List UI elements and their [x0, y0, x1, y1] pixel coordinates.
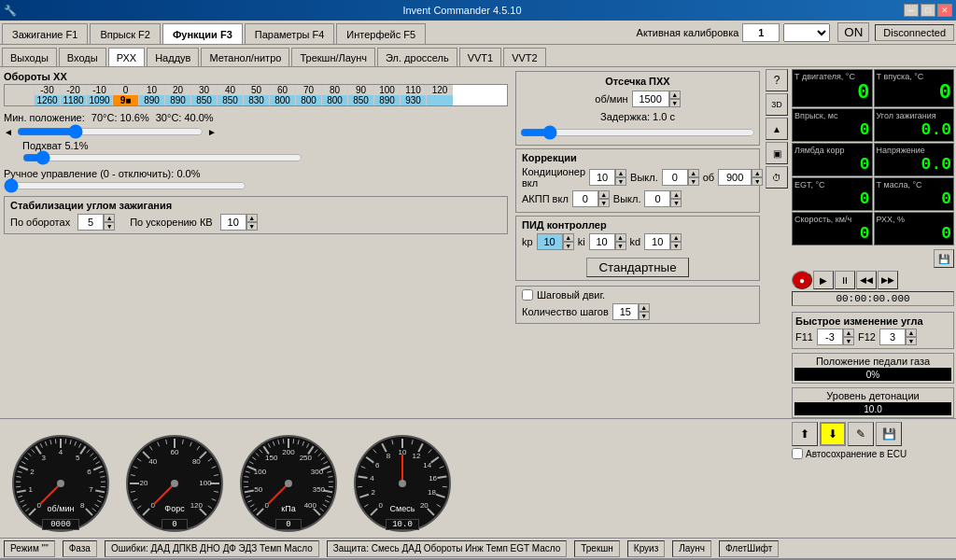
close-button[interactable]: ✕: [937, 4, 952, 17]
pid-ki-down[interactable]: ▼: [615, 242, 626, 250]
tab-params[interactable]: Параметры F4: [245, 23, 335, 44]
clock-button[interactable]: ⏱: [766, 166, 788, 189]
f12-input[interactable]: [879, 329, 906, 345]
stab-rpm-input[interactable]: [77, 214, 104, 231]
rpm-val-col6[interactable]: 890: [165, 95, 191, 105]
akpp-on-down[interactable]: ▼: [598, 199, 610, 207]
save-ecu-button[interactable]: 💾: [876, 422, 902, 446]
threed-button[interactable]: 3D: [766, 93, 788, 116]
upload-button[interactable]: ⬆: [792, 422, 818, 446]
rpm-val-col8[interactable]: 850: [218, 95, 244, 105]
f12-up[interactable]: ▲: [906, 329, 917, 337]
cal-dropdown[interactable]: [783, 23, 830, 42]
manual-slider[interactable]: [4, 179, 246, 192]
cond-off-down[interactable]: ▼: [688, 177, 699, 186]
save-file-button[interactable]: 💾: [934, 249, 954, 268]
cond-on-input[interactable]: [589, 169, 615, 186]
stab-acc-down[interactable]: ▼: [246, 222, 258, 231]
tab-ignition[interactable]: Зажигание F1: [2, 23, 88, 44]
subtab-throttle[interactable]: Эл. дроссель: [377, 48, 457, 66]
subtab-vvt2[interactable]: VVT2: [503, 48, 546, 66]
stab-acc-spin[interactable]: ▲ ▼: [220, 214, 258, 231]
f11-input[interactable]: [817, 329, 843, 345]
akpp-off-input[interactable]: [644, 190, 670, 207]
akpp-off-down[interactable]: ▼: [670, 199, 682, 207]
rpm-val-col3[interactable]: 1090: [87, 95, 113, 105]
rpm-val-col10[interactable]: 800: [270, 95, 296, 105]
tab-functions[interactable]: Функции F3: [162, 23, 243, 44]
pid-ki-up[interactable]: ▲: [615, 233, 626, 242]
subtab-vvt1[interactable]: VVT1: [459, 48, 502, 66]
rpm-val-col11[interactable]: 800: [296, 95, 322, 105]
subtab-methanol[interactable]: Метанол/нитро: [201, 48, 289, 66]
rpm-val-col15[interactable]: 930: [401, 95, 427, 105]
step-count-down[interactable]: ▼: [639, 312, 650, 320]
pid-kp-down[interactable]: ▼: [563, 242, 574, 250]
autosave-check[interactable]: [792, 448, 803, 459]
cond-on-down[interactable]: ▼: [615, 177, 626, 186]
subtab-outputs[interactable]: Выходы: [2, 48, 57, 66]
question-button[interactable]: ?: [766, 69, 788, 91]
rpm-val-col16[interactable]: [427, 95, 453, 105]
play-button[interactable]: ▶: [813, 271, 834, 289]
subtab-boost[interactable]: Наддув: [147, 48, 199, 66]
f11-down[interactable]: ▼: [843, 337, 854, 345]
download-button[interactable]: ⬇: [820, 422, 846, 446]
subtab-traction[interactable]: Трекшн/Лаунч: [291, 48, 375, 66]
tab-interface[interactable]: Интерфейс F5: [336, 23, 426, 44]
podkhvat-slider[interactable]: [22, 151, 302, 164]
akpp-on-up[interactable]: ▲: [598, 190, 610, 199]
record-button[interactable]: ●: [792, 271, 812, 289]
subtab-inputs[interactable]: Входы: [59, 48, 106, 66]
rpm-val-col2[interactable]: 1180: [61, 95, 87, 105]
fastforward-button[interactable]: ▶▶: [878, 271, 898, 289]
pid-ki-input[interactable]: [589, 233, 615, 250]
disconnected-button[interactable]: Disconnected: [875, 24, 954, 41]
subtab-rxx[interactable]: РХХ: [108, 48, 146, 66]
step-count-input[interactable]: [612, 303, 639, 320]
rpm-val-col9[interactable]: 830: [244, 95, 270, 105]
step-motor-check[interactable]: [522, 289, 533, 301]
pid-kp-up[interactable]: ▲: [563, 233, 574, 242]
rpm-val-col4[interactable]: 9■: [113, 95, 139, 105]
akpp-off-up[interactable]: ▲: [670, 190, 682, 199]
pid-kd-input[interactable]: [644, 233, 670, 250]
image-button[interactable]: ▣: [766, 142, 788, 164]
cond-on-up[interactable]: ▲: [615, 169, 626, 177]
tab-injection[interactable]: Впрыск F2: [90, 23, 161, 44]
minimize-button[interactable]: ─: [904, 4, 919, 17]
stab-rpm-up[interactable]: ▲: [104, 214, 115, 222]
pid-kd-down[interactable]: ▼: [670, 242, 682, 250]
f12-down[interactable]: ▼: [906, 337, 917, 345]
corr-ob-input[interactable]: [718, 169, 752, 186]
otsechka-slider[interactable]: [520, 126, 755, 139]
rpm-val-col13[interactable]: 850: [348, 95, 374, 105]
rpm-val-col12[interactable]: 800: [322, 95, 348, 105]
stab-rpm-spin[interactable]: ▲ ▼: [77, 214, 115, 231]
stab-acc-up[interactable]: ▲: [246, 214, 258, 222]
rpm-val-col1[interactable]: 1260: [35, 95, 61, 105]
rpm-val-col7[interactable]: 850: [191, 95, 218, 105]
rpm-val-col0[interactable]: [5, 95, 35, 105]
otsechka-rpm-input[interactable]: [632, 91, 669, 107]
pid-kp-input[interactable]: [537, 233, 563, 250]
stab-rpm-down[interactable]: ▼: [104, 222, 115, 231]
on-button[interactable]: ON: [837, 22, 869, 42]
chart-button[interactable]: ▲: [766, 118, 788, 140]
edit-button[interactable]: ✎: [848, 422, 874, 446]
min-pos-slider[interactable]: [17, 125, 204, 138]
cond-off-input[interactable]: [662, 169, 688, 186]
rewind-button[interactable]: ◀◀: [856, 271, 877, 289]
pid-standard-button[interactable]: Стандартные: [586, 258, 688, 277]
stab-acc-input[interactable]: [220, 214, 246, 231]
corr-ob-down[interactable]: ▼: [752, 177, 763, 186]
maximize-button[interactable]: □: [921, 4, 935, 17]
rpm-val-col5[interactable]: 890: [139, 95, 165, 105]
otsechka-rpm-up[interactable]: ▲: [669, 91, 681, 99]
pause-button[interactable]: ⏸: [835, 271, 855, 289]
step-count-up[interactable]: ▲: [639, 303, 650, 312]
f11-up[interactable]: ▲: [843, 329, 854, 337]
cond-off-up[interactable]: ▲: [688, 169, 699, 177]
rpm-val-col14[interactable]: 890: [374, 95, 401, 105]
pid-kd-up[interactable]: ▲: [670, 233, 682, 242]
